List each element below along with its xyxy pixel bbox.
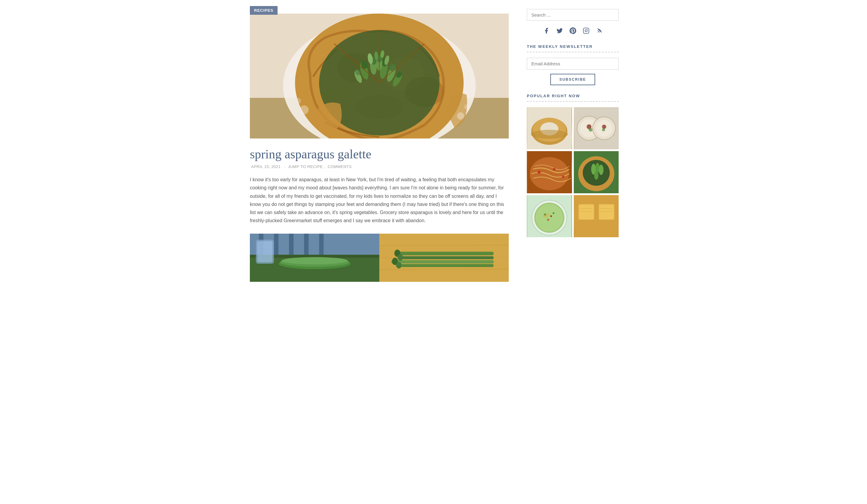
svg-rect-61 (583, 28, 589, 33)
search-input[interactable] (527, 9, 619, 21)
svg-point-89 (594, 171, 598, 180)
popular-divider (527, 101, 619, 102)
svg-rect-39 (274, 234, 278, 255)
svg-point-93 (536, 204, 563, 232)
popular-item-1[interactable] (527, 107, 572, 149)
svg-point-80 (538, 171, 541, 174)
popular-section: POPULAR RIGHT NOW (527, 94, 619, 237)
post-title: spring asparagus galette (250, 147, 509, 161)
newsletter-divider (527, 52, 619, 52)
instagram-icon[interactable] (583, 28, 589, 36)
svg-rect-42 (319, 234, 324, 255)
rss-icon[interactable] (596, 28, 603, 36)
svg-point-45 (281, 257, 348, 264)
post-body: I know it's too early for asparagus, at … (250, 175, 509, 225)
meta-comma: , (324, 164, 325, 169)
twitter-icon[interactable] (556, 28, 563, 36)
svg-point-32 (295, 98, 301, 104)
svg-rect-53 (394, 252, 494, 255)
svg-point-82 (562, 175, 565, 178)
svg-point-96 (547, 219, 549, 221)
post-meta: APRIL 15, 2021 · JUMP TO RECIPE, COMMENT… (250, 164, 509, 169)
svg-point-60 (396, 262, 402, 269)
svg-point-31 (300, 105, 309, 115)
popular-item-4[interactable] (574, 151, 619, 193)
newsletter-title: THE WEEKLY NEWSLETTER (527, 44, 619, 49)
popular-item-3[interactable] (527, 151, 572, 193)
svg-point-77 (602, 128, 605, 131)
email-input[interactable] (527, 58, 619, 69)
bottom-image-left (250, 234, 379, 282)
svg-point-63 (597, 33, 598, 33)
subscribe-button[interactable]: SUBSCRIBE (550, 74, 595, 85)
svg-point-68 (531, 130, 568, 139)
page-layout: RECIPES (217, 0, 650, 288)
svg-point-97 (553, 212, 555, 214)
comments-link[interactable]: COMMENTS (328, 164, 352, 169)
meta-separator: · (284, 164, 286, 169)
popular-item-6[interactable] (574, 195, 619, 237)
svg-rect-56 (396, 264, 494, 267)
hero-image (250, 13, 509, 139)
pinterest-icon[interactable] (570, 28, 576, 36)
svg-point-79 (530, 157, 569, 190)
newsletter-section: THE WEEKLY NEWSLETTER SUBSCRIBE (527, 44, 619, 85)
recipe-tag: RECIPES (250, 6, 278, 15)
bottom-image-right (379, 234, 509, 282)
hero-svg (250, 13, 509, 139)
main-content: RECIPES (250, 6, 509, 282)
facebook-icon[interactable] (543, 28, 550, 36)
sidebar: THE WEEKLY NEWSLETTER SUBSCRIBE POPULAR … (527, 6, 619, 282)
svg-rect-54 (397, 256, 494, 259)
svg-point-34 (464, 105, 469, 109)
social-icons (527, 28, 619, 36)
popular-item-2[interactable] (574, 107, 619, 149)
svg-point-81 (553, 168, 555, 170)
svg-point-58 (398, 254, 403, 261)
svg-point-88 (599, 165, 603, 175)
svg-rect-40 (289, 234, 293, 255)
svg-point-95 (550, 215, 552, 217)
jump-to-recipe-link[interactable]: JUMP TO RECIPE (288, 164, 323, 169)
hero-image-container: RECIPES (250, 6, 509, 139)
svg-rect-55 (392, 260, 494, 264)
post-date: APRIL 15, 2021 (251, 164, 281, 169)
svg-rect-105 (599, 222, 614, 233)
svg-point-33 (457, 112, 464, 119)
svg-rect-104 (578, 222, 594, 233)
bottom-images (250, 234, 509, 282)
svg-rect-103 (599, 205, 613, 219)
svg-point-75 (589, 128, 592, 131)
svg-rect-47 (257, 241, 272, 262)
svg-rect-101 (579, 205, 593, 219)
popular-title: POPULAR RIGHT NOW (527, 94, 619, 98)
popular-item-5[interactable] (527, 195, 572, 237)
popular-grid (527, 107, 619, 237)
svg-point-76 (602, 125, 606, 129)
svg-rect-41 (304, 234, 309, 255)
